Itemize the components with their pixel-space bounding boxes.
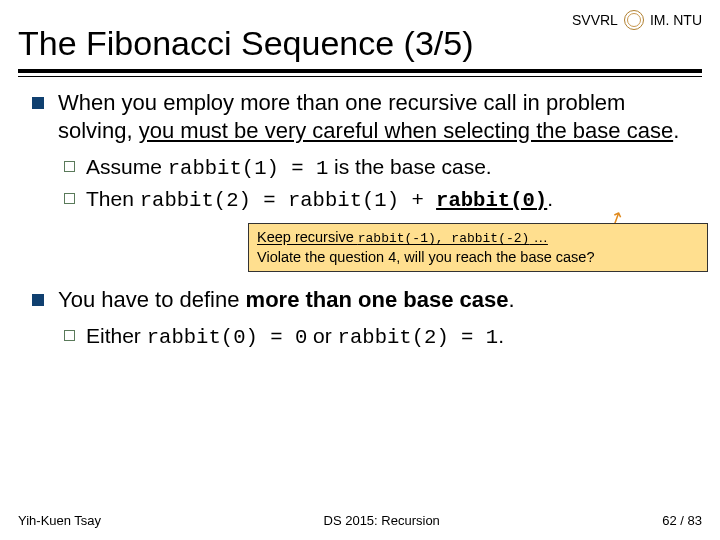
bullet-2-1-code2: rabbit(2) = 1 xyxy=(338,326,499,349)
bullet-1-2: Then rabbit(2) = rabbit(1) + rabbit(0). xyxy=(58,186,692,214)
bullet-1-text-post: . xyxy=(673,118,679,143)
bullet-2-1-post: . xyxy=(498,324,504,347)
bullet-2-1-code1: rabbit(0) = 0 xyxy=(147,326,308,349)
callout-box: Keep recursive rabbit(-1), rabbit(-2) … … xyxy=(248,223,708,271)
bullet-1-2-code1: rabbit(2) = rabbit(1) + xyxy=(140,189,436,212)
slide-footer: Yih-Kuen Tsay DS 2015: Recursion 62 / 83 xyxy=(0,513,720,528)
bullet-2-1-mid: or xyxy=(307,324,337,347)
bullet-1-1-post: is the base case. xyxy=(328,155,491,178)
slide-content: When you employ more than one recursive … xyxy=(0,77,720,351)
bullet-1-1: Assume rabbit(1) = 1 is the base case. xyxy=(58,154,692,182)
header-im-ntu: IM. NTU xyxy=(650,12,702,28)
university-seal-icon xyxy=(624,10,644,30)
callout-line-2b: will you reach the base case? xyxy=(404,249,594,265)
bullet-2-pre: You have to define xyxy=(58,287,246,312)
bullet-1-text-underline: you must be very careful when selecting … xyxy=(139,118,673,143)
callout-line-1b: … xyxy=(529,229,548,245)
callout-line-2a: Violate the question 4, xyxy=(257,249,404,265)
bullet-1-2-code2: rabbit(0) xyxy=(436,189,547,212)
slide-header: SVVRL IM. NTU The Fibonacci Sequence (3/… xyxy=(0,0,720,77)
bullet-2-post: . xyxy=(508,287,514,312)
bullet-1-1-code: rabbit(1) = 1 xyxy=(168,157,329,180)
callout-line-1-code: rabbit(-1), rabbit(-2) xyxy=(358,231,530,246)
callout-line-2: Violate the question 4, will you reach t… xyxy=(257,248,699,266)
footer-author: Yih-Kuen Tsay xyxy=(18,513,101,528)
bullet-2-bold: more than one base case xyxy=(246,287,509,312)
bullet-2-1: Either rabbit(0) = 0 or rabbit(2) = 1. xyxy=(58,323,692,351)
header-labels: SVVRL IM. NTU xyxy=(572,10,702,30)
bullet-1-2-post: . xyxy=(547,187,553,210)
callout-line-1: Keep recursive rabbit(-1), rabbit(-2) … xyxy=(257,228,699,247)
footer-page: 62 / 83 xyxy=(662,513,702,528)
header-svvrl: SVVRL xyxy=(572,12,618,28)
bullet-2: You have to define more than one base ca… xyxy=(28,286,692,351)
callout-wrap: ↗ Keep recursive rabbit(-1), rabbit(-2) … xyxy=(58,223,692,271)
callout-line-1a: Keep recursive xyxy=(257,229,358,245)
bullet-2-1-pre: Either xyxy=(86,324,147,347)
bullet-1-1-pre: Assume xyxy=(86,155,168,178)
bullet-1: When you employ more than one recursive … xyxy=(28,89,692,272)
bullet-1-2-pre: Then xyxy=(86,187,140,210)
title-rule xyxy=(18,69,702,77)
footer-course: DS 2015: Recursion xyxy=(324,513,440,528)
